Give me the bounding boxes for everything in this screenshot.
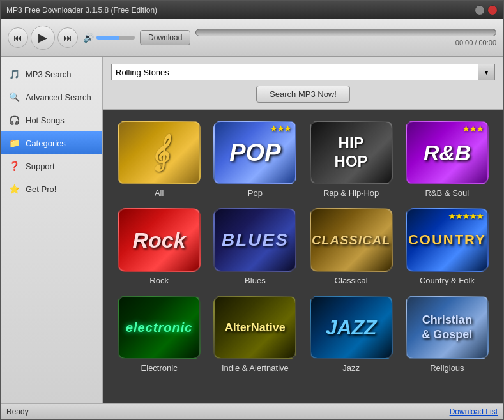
next-button[interactable]: ⏭ bbox=[57, 27, 78, 48]
get-pro-icon: ⭐ bbox=[8, 183, 20, 195]
category-thumb-blues: BLUES bbox=[213, 208, 296, 272]
category-label-pop: Pop bbox=[248, 188, 263, 198]
category-indie[interactable]: AlterNative Indie & Alertnative bbox=[210, 296, 300, 373]
close-button[interactable] bbox=[487, 5, 498, 15]
player-bar: ⏮ ▶ ⏭ 🔊 Download 00:00 / 00:00 bbox=[1, 19, 503, 57]
volume-icon: 🔊 bbox=[83, 33, 94, 43]
category-thumb-jazz: JAZZ bbox=[310, 296, 393, 359]
advanced-search-icon: 🔍 bbox=[8, 91, 20, 103]
category-thumb-country: COUNTRY ★★★★★ bbox=[406, 208, 489, 272]
category-thumb-indie: AlterNative bbox=[213, 296, 296, 359]
sidebar-item-mp3-search[interactable]: 🎵 MP3 Search bbox=[1, 63, 102, 86]
category-pop[interactable]: POP ★★★ Pop bbox=[210, 121, 300, 198]
sidebar-item-support[interactable]: ❓ Support bbox=[1, 154, 102, 177]
category-religious[interactable]: Christian& Gospel Religious bbox=[402, 296, 493, 373]
search-dropdown-button[interactable]: ▼ bbox=[478, 64, 495, 80]
minimize-button[interactable] bbox=[475, 5, 485, 15]
title-bar: MP3 Free Downloader 3.1.5.8 (Free Editio… bbox=[1, 1, 503, 19]
download-list-link[interactable]: Download List bbox=[450, 407, 498, 416]
category-thumb-hiphop: HIPHOP bbox=[310, 121, 393, 184]
category-label-hiphop: Rap & Hip-Hop bbox=[323, 188, 379, 198]
category-label-rnb: R&B & Soul bbox=[425, 188, 470, 198]
categories-icon: 📁 bbox=[8, 137, 20, 149]
sidebar-item-categories[interactable]: 📁 Categories bbox=[1, 131, 102, 154]
category-electronic[interactable]: electronic Electronic bbox=[114, 296, 204, 373]
progress-bar[interactable] bbox=[195, 29, 496, 36]
category-rnb[interactable]: R&B ★★★ R&B & Soul bbox=[402, 121, 493, 198]
sidebar-label-support: Support bbox=[26, 161, 55, 171]
search-input[interactable] bbox=[111, 64, 478, 80]
status-text: Ready bbox=[6, 407, 29, 416]
category-thumb-all: 𝄞 bbox=[118, 121, 201, 184]
category-label-religious: Religious bbox=[430, 363, 464, 373]
sidebar: 🎵 MP3 Search 🔍 Advanced Search 🎧 Hot Son… bbox=[1, 57, 103, 403]
category-label-blues: Blues bbox=[245, 276, 266, 285]
window-controls bbox=[475, 5, 498, 15]
sidebar-label-mp3-search: MP3 Search bbox=[26, 70, 72, 79]
category-blues[interactable]: BLUES Blues bbox=[210, 208, 300, 285]
pop-stars: ★★★ bbox=[270, 124, 291, 133]
category-rock[interactable]: Rock Rock bbox=[114, 208, 204, 285]
sidebar-item-get-pro[interactable]: ⭐ Get Pro! bbox=[1, 177, 102, 200]
status-bar: Ready Download List bbox=[1, 403, 503, 419]
search-area: ▼ Search MP3 Now! bbox=[103, 57, 503, 110]
category-hiphop[interactable]: HIPHOP Rap & Hip-Hop bbox=[306, 121, 397, 198]
category-classical[interactable]: CLASSICAL Classical bbox=[306, 208, 397, 285]
categories-grid: 𝄞 All POP ★★★ Pop HIPHOP bbox=[103, 110, 503, 403]
right-panel: ▼ Search MP3 Now! 𝄞 All bbox=[103, 57, 503, 403]
search-now-button[interactable]: Search MP3 Now! bbox=[256, 86, 350, 103]
play-button[interactable]: ▶ bbox=[31, 26, 55, 50]
country-stars: ★★★★★ bbox=[448, 212, 484, 221]
sidebar-item-advanced-search[interactable]: 🔍 Advanced Search bbox=[1, 86, 102, 109]
category-label-electronic: Electronic bbox=[141, 363, 178, 373]
rnb-stars: ★★★ bbox=[462, 124, 484, 133]
sidebar-item-hot-songs[interactable]: 🎧 Hot Songs bbox=[1, 109, 102, 131]
sidebar-label-advanced-search: Advanced Search bbox=[26, 93, 91, 102]
category-all[interactable]: 𝄞 All bbox=[114, 121, 204, 198]
player-controls: ⏮ ▶ ⏭ bbox=[8, 26, 78, 50]
search-input-wrap: ▼ bbox=[111, 64, 495, 80]
category-label-indie: Indie & Alertnative bbox=[222, 363, 289, 373]
category-label-rock: Rock bbox=[149, 276, 169, 285]
category-label-classical: Classical bbox=[335, 276, 368, 285]
prev-button[interactable]: ⏮ bbox=[8, 27, 28, 48]
main-window: MP3 Free Downloader 3.1.5.8 (Free Editio… bbox=[0, 0, 504, 420]
category-thumb-rock: Rock bbox=[118, 208, 201, 272]
category-thumb-classical: CLASSICAL bbox=[310, 208, 393, 272]
category-thumb-electronic: electronic bbox=[118, 296, 201, 359]
volume-slider[interactable] bbox=[96, 36, 135, 40]
support-icon: ❓ bbox=[8, 160, 20, 172]
sidebar-label-hot-songs: Hot Songs bbox=[26, 116, 65, 125]
download-button[interactable]: Download bbox=[140, 30, 190, 45]
category-thumb-pop: POP ★★★ bbox=[213, 121, 296, 184]
category-thumb-religious: Christian& Gospel bbox=[406, 296, 489, 359]
category-country[interactable]: COUNTRY ★★★★★ Country & Folk bbox=[402, 208, 493, 285]
category-label-all: All bbox=[155, 188, 164, 198]
window-title: MP3 Free Downloader 3.1.5.8 (Free Editio… bbox=[6, 6, 157, 15]
sidebar-label-categories: Categories bbox=[26, 139, 66, 148]
category-label-country: Country & Folk bbox=[420, 276, 475, 285]
category-label-jazz: Jazz bbox=[342, 363, 360, 373]
volume-area: 🔊 bbox=[83, 33, 135, 43]
main-content: 🎵 MP3 Search 🔍 Advanced Search 🎧 Hot Son… bbox=[1, 57, 503, 403]
hot-songs-icon: 🎧 bbox=[8, 114, 20, 126]
category-jazz[interactable]: JAZZ Jazz bbox=[306, 296, 397, 373]
mp3-search-icon: 🎵 bbox=[8, 68, 20, 80]
progress-area: 00:00 / 00:00 bbox=[195, 29, 496, 47]
time-display: 00:00 / 00:00 bbox=[195, 39, 496, 47]
category-thumb-rnb: R&B ★★★ bbox=[406, 121, 489, 184]
sidebar-label-get-pro: Get Pro! bbox=[26, 184, 56, 194]
search-row: ▼ bbox=[111, 64, 495, 80]
